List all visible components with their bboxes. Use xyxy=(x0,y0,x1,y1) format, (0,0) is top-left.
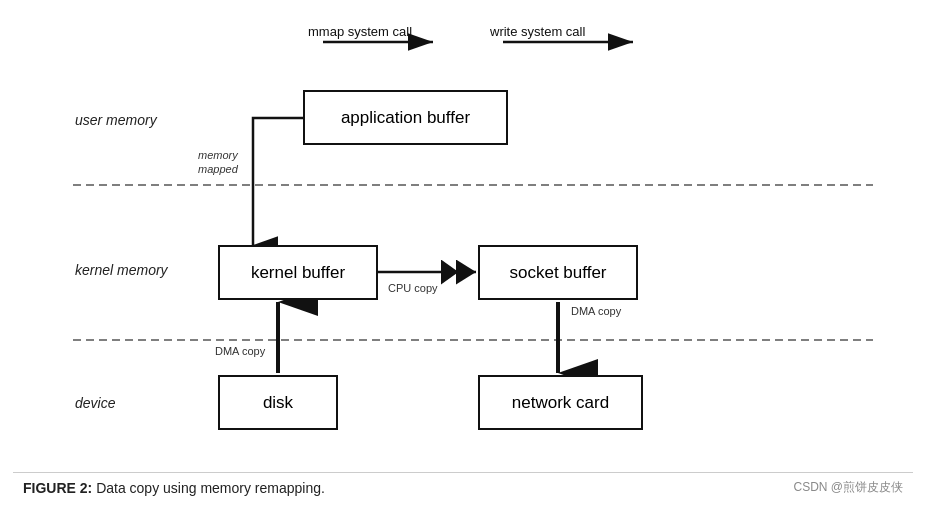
memory-mapped-label: memorymapped xyxy=(198,148,238,177)
caption-bar: FIGURE 2: Data copy using memory remappi… xyxy=(13,472,913,496)
kernel-memory-label: kernel memory xyxy=(75,262,168,278)
disk-box: disk xyxy=(218,375,338,430)
kernel-buffer-box: kernel buffer xyxy=(218,245,378,300)
user-memory-label: user memory xyxy=(75,112,157,128)
mmap-syscall-label: mmap system call xyxy=(308,24,412,39)
diagram: mmap system call write system call user … xyxy=(13,10,913,470)
dma-copy-up-label: DMA copy xyxy=(215,345,265,357)
figure-caption: FIGURE 2: Data copy using memory remappi… xyxy=(23,480,325,496)
network-card-box: network card xyxy=(478,375,643,430)
cpu-copy-label: CPU copy xyxy=(388,282,438,294)
device-label: device xyxy=(75,395,115,411)
credit-label: CSDN @煎饼皮皮侠 xyxy=(793,479,903,496)
application-buffer-box: application buffer xyxy=(303,90,508,145)
dma-copy-down-label: DMA copy xyxy=(571,305,621,317)
write-syscall-label: write system call xyxy=(490,24,585,39)
socket-buffer-box: socket buffer xyxy=(478,245,638,300)
